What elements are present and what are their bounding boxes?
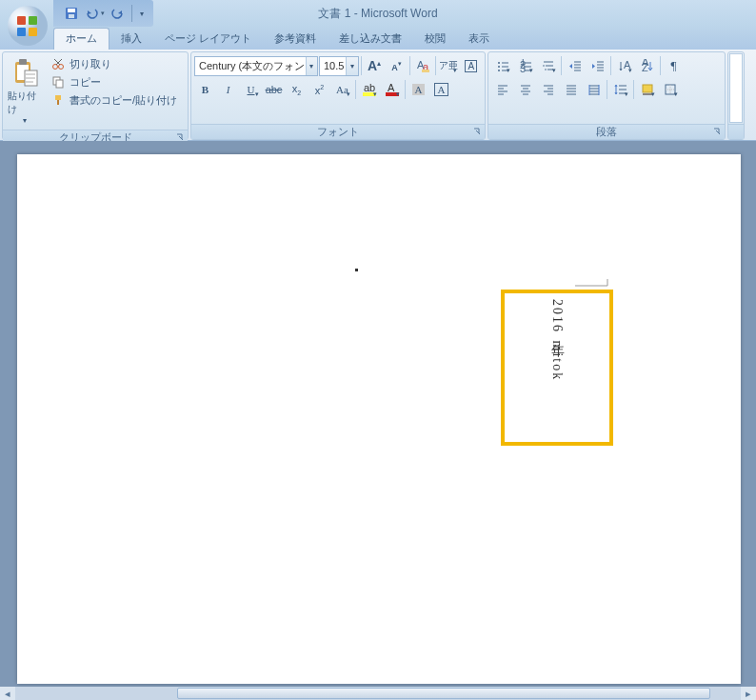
cut-button[interactable]: 切り取り: [48, 55, 180, 72]
enclose-char-button[interactable]: A: [461, 55, 482, 76]
distribute-button[interactable]: [583, 79, 605, 100]
scroll-thumb[interactable]: [177, 688, 710, 699]
svg-point-30: [543, 65, 545, 67]
font-family-combo[interactable]: Century (本文のフォント▾: [194, 56, 318, 76]
svg-point-0: [8, 6, 48, 46]
highlight-button[interactable]: ab: [358, 79, 380, 100]
redo-button[interactable]: [107, 3, 128, 24]
clear-formatting-button[interactable]: Aa: [412, 55, 433, 76]
shading-button[interactable]: [636, 79, 658, 100]
underline-button[interactable]: U: [240, 79, 262, 100]
svg-point-13: [59, 65, 64, 70]
ribbon-tabs: ホーム 挿入 ページ レイアウト 参考資料 差し込み文書 校閲 表示: [0, 27, 756, 50]
font-family-value: Century (本文のフォント: [195, 59, 306, 73]
anchor-mark: [575, 278, 613, 288]
svg-point-31: [545, 69, 547, 70]
tab-review[interactable]: 校閲: [413, 29, 457, 50]
undo-button[interactable]: ▾: [84, 3, 105, 24]
font-launcher[interactable]: [471, 127, 483, 138]
copy-icon: [50, 74, 66, 90]
chevron-down-icon: ▾: [23, 116, 27, 125]
increase-indent-button[interactable]: [587, 55, 608, 76]
separator: [633, 80, 634, 99]
subscript-button[interactable]: x2: [286, 79, 308, 100]
numbering-button[interactable]: 123: [514, 55, 536, 76]
scroll-left-button[interactable]: ◂: [0, 687, 15, 700]
clipboard-group: 貼り付け ▾ 切り取り コピー 書式のコピー/貼り付け クリップボード: [2, 51, 189, 140]
svg-point-24: [498, 62, 500, 64]
format-painter-label: 書式のコピー/貼り付け: [70, 93, 177, 108]
svg-rect-3: [17, 28, 26, 36]
font-color-button[interactable]: A: [381, 79, 403, 100]
chevron-down-icon[interactable]: ▾: [306, 57, 317, 75]
tab-home[interactable]: ホーム: [53, 28, 109, 50]
scroll-right-button[interactable]: ▸: [741, 687, 756, 700]
qat-customize-button[interactable]: ▾: [136, 3, 148, 24]
paragraph-group-label: 段落: [596, 125, 617, 139]
sort-button[interactable]: AZ: [636, 55, 658, 76]
tab-insert[interactable]: 挿入: [109, 29, 153, 50]
multilevel-list-button[interactable]: [537, 55, 559, 76]
change-case-button[interactable]: Aa: [331, 79, 353, 100]
svg-rect-15: [56, 80, 63, 88]
separator: [610, 56, 611, 75]
strikethrough-button[interactable]: abc: [263, 79, 285, 100]
tab-mailings[interactable]: 差し込み文書: [328, 29, 413, 50]
paste-button[interactable]: 貼り付け ▾: [6, 55, 44, 127]
svg-point-26: [498, 70, 500, 71]
chevron-down-icon[interactable]: ▾: [346, 57, 358, 75]
separator: [405, 80, 406, 99]
tab-view[interactable]: 表示: [457, 29, 501, 50]
scroll-track[interactable]: [15, 687, 741, 700]
styles-group-partial: [727, 51, 745, 140]
superscript-button[interactable]: x2: [308, 79, 330, 100]
paste-label: 貼り付け: [8, 90, 42, 116]
copy-label: コピー: [70, 75, 101, 90]
svg-rect-6: [68, 9, 75, 12]
bullets-button[interactable]: [491, 55, 513, 76]
justify-button[interactable]: [560, 79, 582, 100]
bold-button[interactable]: B: [194, 79, 216, 100]
tab-references[interactable]: 参考資料: [263, 29, 328, 50]
font-size-combo[interactable]: 10.5▾: [319, 56, 359, 76]
svg-rect-16: [55, 95, 61, 100]
save-button[interactable]: [61, 3, 82, 24]
quick-access-toolbar: ▾ ▾: [53, 0, 153, 27]
style-gallery[interactable]: [729, 53, 743, 123]
show-marks-button[interactable]: ¶: [663, 55, 685, 76]
paragraph-launcher[interactable]: [711, 127, 723, 138]
office-button[interactable]: [6, 4, 50, 46]
align-center-button[interactable]: [514, 79, 536, 100]
font-group: Century (本文のフォント▾ 10.5▾ A▴ A▾ Aa ア亜 A B …: [190, 51, 486, 140]
svg-rect-35: [643, 85, 652, 92]
shrink-font-button[interactable]: A▾: [386, 55, 407, 76]
grow-font-button[interactable]: A▴: [364, 55, 385, 76]
align-left-button[interactable]: [491, 79, 513, 100]
align-right-button[interactable]: [537, 79, 559, 100]
char-border-button[interactable]: A: [430, 79, 452, 100]
horizontal-scrollbar[interactable]: ◂ ▸: [0, 687, 756, 700]
copy-button[interactable]: コピー: [48, 73, 180, 90]
separator: [607, 80, 607, 99]
scissors-icon: [50, 56, 66, 71]
page[interactable]: 2016年 mitok: [17, 154, 741, 684]
svg-rect-36: [643, 93, 652, 95]
line-spacing-button[interactable]: [609, 79, 631, 100]
ruby-button[interactable]: ア亜: [438, 55, 459, 76]
svg-rect-23: [386, 92, 399, 96]
svg-rect-2: [29, 16, 37, 25]
svg-text:A: A: [388, 82, 395, 93]
format-painter-button[interactable]: 書式のコピー/貼り付け: [48, 91, 180, 109]
svg-text:A: A: [624, 59, 631, 70]
svg-rect-4: [29, 28, 37, 36]
text-direction-button[interactable]: A: [613, 55, 635, 76]
char-shading-button[interactable]: A: [408, 79, 429, 100]
tab-page-layout[interactable]: ページ レイアウト: [153, 29, 263, 50]
borders-button[interactable]: [659, 79, 681, 100]
separator: [409, 56, 410, 75]
decrease-indent-button[interactable]: [564, 55, 586, 76]
separator: [660, 56, 661, 75]
separator: [561, 56, 562, 75]
text-box[interactable]: 2016年 mitok: [501, 290, 613, 446]
italic-button[interactable]: I: [217, 79, 239, 100]
